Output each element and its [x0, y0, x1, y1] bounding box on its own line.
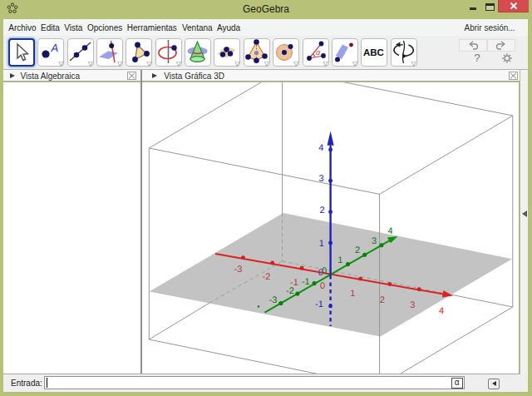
svg-text:-3: -3 [269, 295, 278, 305]
svg-text:-1: -1 [315, 299, 323, 309]
svg-text:-3: -3 [234, 265, 243, 275]
svg-text:3: 3 [318, 174, 323, 184]
svg-text:-1: -1 [302, 277, 310, 287]
svg-text:4: 4 [318, 143, 323, 153]
svg-text:-2: -2 [286, 286, 294, 296]
svg-text:-2: -2 [263, 272, 271, 282]
svg-text:3: 3 [410, 300, 415, 310]
svg-text:A: A [51, 42, 59, 54]
svg-text:3: 3 [372, 236, 377, 246]
svg-text:ABC: ABC [363, 48, 384, 58]
svg-text:1: 1 [319, 239, 324, 249]
svg-text:0: 0 [318, 268, 323, 278]
svg-text:2: 2 [355, 245, 360, 255]
svg-text:α: α [316, 48, 321, 57]
svg-text:1: 1 [350, 289, 355, 299]
svg-text:2: 2 [320, 205, 325, 215]
svg-text:4: 4 [439, 306, 444, 316]
svg-text:2: 2 [380, 295, 385, 305]
svg-text:1: 1 [337, 255, 342, 265]
svg-text:4: 4 [388, 226, 393, 236]
svg-text:0: 0 [320, 281, 325, 291]
